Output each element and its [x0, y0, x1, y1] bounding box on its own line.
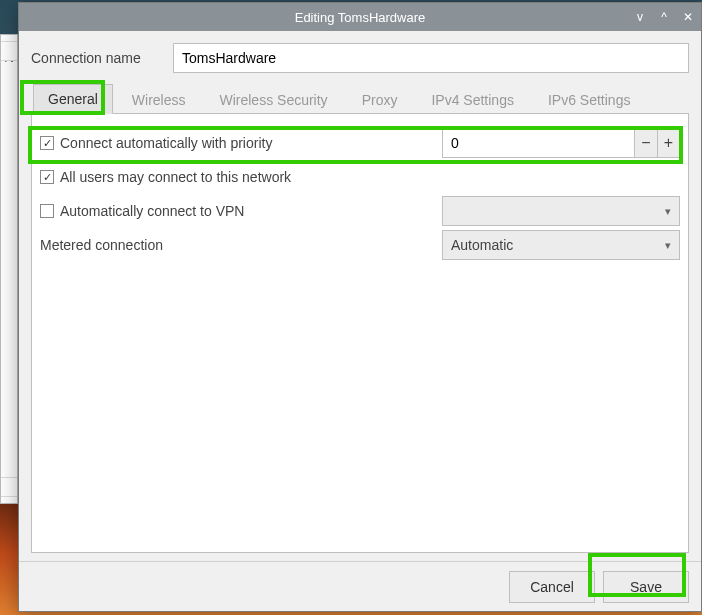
- vpn-checkbox[interactable]: [40, 204, 54, 218]
- tabs: General Wireless Wireless Security Proxy…: [31, 83, 689, 114]
- background-slab-top: [1, 41, 17, 61]
- auto-connect-row: Connect automatically with priority − +: [40, 126, 680, 160]
- connection-name-row: Connection name: [31, 43, 689, 73]
- content-area: Connection name General Wireless Wireles…: [19, 31, 701, 561]
- priority-stepper: − +: [442, 128, 680, 158]
- title-controls: v ^ ✕: [633, 3, 695, 31]
- tabs-container: General Wireless Wireless Security Proxy…: [31, 83, 689, 114]
- tabpanel-general: Connect automatically with priority − + …: [31, 114, 689, 553]
- minus-icon: −: [641, 134, 650, 152]
- tab-wireless[interactable]: Wireless: [117, 85, 201, 114]
- plus-icon: +: [664, 134, 673, 152]
- background-panel: N: [0, 34, 18, 504]
- titlebar[interactable]: Editing TomsHardware v ^ ✕: [19, 3, 701, 31]
- tab-proxy[interactable]: Proxy: [347, 85, 413, 114]
- metered-row: Metered connection Automatic ▾: [40, 228, 680, 262]
- metered-label: Metered connection: [40, 237, 163, 253]
- metered-select-value: Automatic: [451, 237, 513, 253]
- metered-select[interactable]: Automatic ▾: [442, 230, 680, 260]
- all-users-row: All users may connect to this network: [40, 160, 680, 194]
- auto-connect-checkbox[interactable]: [40, 136, 54, 150]
- all-users-label: All users may connect to this network: [60, 169, 291, 185]
- tab-general[interactable]: General: [33, 84, 113, 114]
- tab-wireless-security[interactable]: Wireless Security: [204, 85, 342, 114]
- background-slab-bot: [1, 477, 17, 497]
- save-button[interactable]: Save: [603, 571, 689, 603]
- vpn-select[interactable]: ▾: [442, 196, 680, 226]
- priority-input[interactable]: [442, 128, 634, 158]
- connection-name-input[interactable]: [173, 43, 689, 73]
- vpn-label: Automatically connect to VPN: [60, 203, 244, 219]
- connection-name-label: Connection name: [31, 50, 163, 66]
- priority-decrement-button[interactable]: −: [634, 128, 657, 158]
- dialog-button-bar: Cancel Save: [19, 561, 701, 611]
- cancel-button[interactable]: Cancel: [509, 571, 595, 603]
- window-title: Editing TomsHardware: [295, 10, 426, 25]
- all-users-checkbox[interactable]: [40, 170, 54, 184]
- tab-ipv4-settings[interactable]: IPv4 Settings: [416, 85, 529, 114]
- minimize-icon[interactable]: v: [633, 10, 647, 24]
- maximize-icon[interactable]: ^: [657, 10, 671, 24]
- vpn-row: Automatically connect to VPN ▾: [40, 194, 680, 228]
- close-icon[interactable]: ✕: [681, 10, 695, 24]
- tab-ipv6-settings[interactable]: IPv6 Settings: [533, 85, 646, 114]
- priority-increment-button[interactable]: +: [657, 128, 680, 158]
- auto-connect-label: Connect automatically with priority: [60, 135, 272, 151]
- cancel-button-label: Cancel: [530, 579, 574, 595]
- chevron-down-icon: ▾: [665, 239, 671, 252]
- save-button-label: Save: [630, 579, 662, 595]
- dialog-window: Editing TomsHardware v ^ ✕ Connection na…: [18, 2, 702, 612]
- chevron-down-icon: ▾: [665, 205, 671, 218]
